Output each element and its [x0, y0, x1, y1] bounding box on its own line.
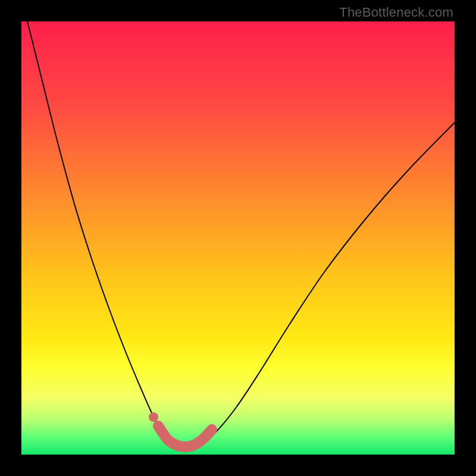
- bottleneck-curve: [21, 21, 455, 447]
- accent-dot: [149, 412, 158, 422]
- curve-layer: [21, 21, 455, 455]
- chart-frame: [21, 21, 455, 455]
- watermark-text: TheBottleneck.com: [339, 5, 453, 20]
- sweet-spot-accent: [158, 426, 212, 447]
